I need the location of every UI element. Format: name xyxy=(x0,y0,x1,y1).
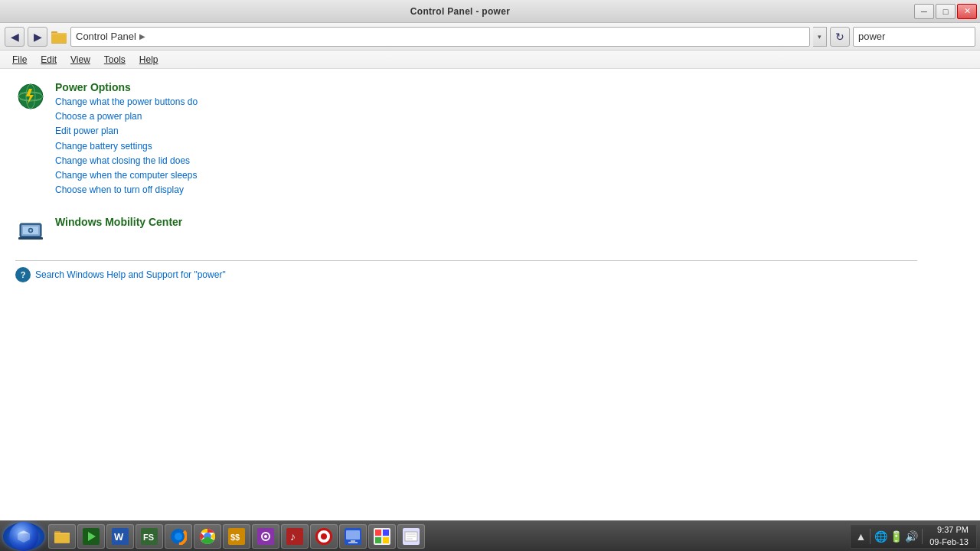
power-options-content: Power Options Change what the power butt… xyxy=(55,81,198,197)
taskbar-frontstudio[interactable]: FS xyxy=(136,524,163,549)
svg-rect-45 xyxy=(375,530,381,536)
svg-text:$$: $$ xyxy=(230,533,240,542)
title-bar: Control Panel - power ─ □ ✕ xyxy=(0,0,980,23)
svg-rect-41 xyxy=(346,530,360,540)
svg-rect-48 xyxy=(383,537,389,543)
content-area: Power Options Change what the power butt… xyxy=(0,69,980,520)
svg-point-27 xyxy=(175,533,182,540)
minimize-button[interactable]: ─ xyxy=(914,4,934,19)
link-power-buttons[interactable]: Change what the power buttons do xyxy=(55,95,198,109)
tray-separator-2 xyxy=(922,529,923,544)
address-arrow: ▶ xyxy=(139,32,145,41)
clock-date: 09-Feb-13 xyxy=(929,536,969,548)
power-options-section: Power Options Change what the power butt… xyxy=(15,77,965,202)
tray-battery[interactable]: 🔋 xyxy=(890,530,903,543)
taskbar-tools[interactable] xyxy=(252,524,279,549)
svg-rect-18 xyxy=(54,534,70,543)
mobility-title[interactable]: Windows Mobility Center xyxy=(55,216,182,228)
search-box: ✕ xyxy=(853,27,975,47)
tray-show-desktop[interactable]: ▲ xyxy=(855,530,866,543)
taskbar-explorer[interactable] xyxy=(48,524,76,549)
tray-volume[interactable]: 🔊 xyxy=(905,530,918,543)
taskbar-chrome[interactable] xyxy=(194,524,221,549)
link-sleep[interactable]: Change when the computer sleeps xyxy=(55,168,198,183)
link-choose-plan[interactable]: Choose a power plan xyxy=(55,109,198,124)
tray-network[interactable]: 🌐 xyxy=(874,530,887,543)
refresh-button[interactable]: ↻ xyxy=(830,27,850,47)
help-search-link[interactable]: Search Windows Help and Support for "pow… xyxy=(35,269,226,280)
link-edit-plan[interactable]: Edit power plan xyxy=(55,124,198,139)
mobility-section: Windows Mobility Center xyxy=(15,211,965,251)
svg-rect-46 xyxy=(383,530,389,536)
search-input[interactable] xyxy=(854,28,975,46)
taskbar-remote[interactable] xyxy=(339,524,367,549)
svg-text:♪: ♪ xyxy=(290,530,296,543)
taskbar-word[interactable]: W xyxy=(106,524,134,549)
svg-rect-47 xyxy=(375,537,381,543)
close-button[interactable]: ✕ xyxy=(957,4,977,19)
svg-rect-42 xyxy=(351,540,355,542)
mobility-icon xyxy=(15,216,46,246)
start-orb-icon xyxy=(9,522,38,551)
forward-button[interactable]: ▶ xyxy=(28,27,47,47)
window-title: Control Panel - power xyxy=(6,6,914,17)
results-divider xyxy=(15,260,917,261)
taskbar-firefox[interactable] xyxy=(165,524,192,549)
back-button[interactable]: ◀ xyxy=(5,27,24,47)
system-tray: ▲ 🌐 🔋 🔊 9:37 PM 09-Feb-13 xyxy=(850,524,977,549)
taskbar-notepad[interactable] xyxy=(397,524,425,549)
svg-point-13 xyxy=(30,230,32,232)
svg-point-34 xyxy=(264,535,267,538)
start-button[interactable] xyxy=(3,523,44,550)
menu-view[interactable]: View xyxy=(64,53,96,67)
menu-bar: File Edit View Tools Help xyxy=(0,51,980,69)
link-display[interactable]: Choose when to turn off display xyxy=(55,183,198,197)
address-text: Control Panel xyxy=(76,31,136,42)
navigation-bar: ◀ ▶ Control Panel ▶ ▾ ↻ ✕ xyxy=(0,23,980,51)
menu-file[interactable]: File xyxy=(6,53,33,67)
address-bar[interactable]: Control Panel ▶ xyxy=(70,27,810,47)
menu-tools[interactable]: Tools xyxy=(98,53,132,67)
clock-time: 9:37 PM xyxy=(937,524,969,536)
link-battery[interactable]: Change battery settings xyxy=(55,139,198,154)
taskbar-media[interactable] xyxy=(77,524,105,549)
help-icon: ? xyxy=(15,267,31,282)
menu-help[interactable]: Help xyxy=(133,53,165,67)
svg-rect-3 xyxy=(51,34,67,43)
svg-text:FS: FS xyxy=(143,533,154,542)
svg-text:W: W xyxy=(114,531,124,543)
mobility-content: Windows Mobility Center xyxy=(55,216,182,230)
help-search: ? Search Windows Help and Support for "p… xyxy=(15,267,965,282)
taskbar-audio[interactable]: ♪ xyxy=(281,524,309,549)
taskbar-paint[interactable] xyxy=(368,524,396,549)
address-dropdown[interactable]: ▾ xyxy=(813,27,827,47)
folder-icon xyxy=(51,28,67,45)
menu-edit[interactable]: Edit xyxy=(34,53,63,67)
svg-rect-11 xyxy=(18,237,43,240)
clock: 9:37 PM 09-Feb-13 xyxy=(926,524,972,548)
maximize-button[interactable]: □ xyxy=(936,4,956,19)
taskbar: W FS $$ xyxy=(0,520,980,551)
taskbar-app1[interactable]: $$ xyxy=(223,524,250,549)
power-options-title[interactable]: Power Options xyxy=(55,81,198,93)
power-options-icon xyxy=(15,81,46,112)
window-controls: ─ □ ✕ xyxy=(914,4,977,19)
link-lid[interactable]: Change what closing the lid does xyxy=(55,154,198,168)
taskbar-opera[interactable] xyxy=(310,524,338,549)
tray-separator xyxy=(870,529,871,544)
svg-rect-43 xyxy=(348,542,358,543)
